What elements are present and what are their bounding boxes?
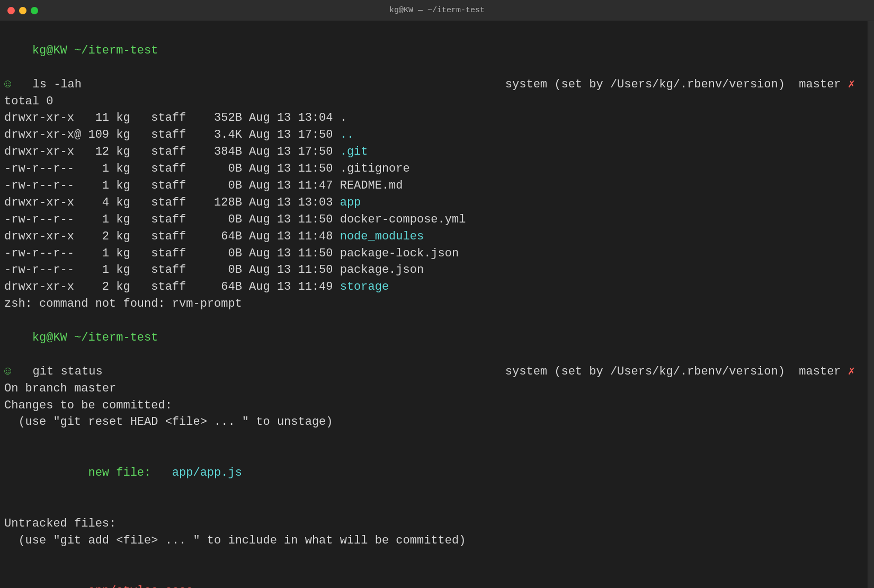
terminal[interactable]: kg@KW ~/iterm-test ☺ ls -lah system (set…: [0, 21, 874, 588]
maximize-button[interactable]: [31, 7, 38, 14]
storage-entry: storage: [340, 280, 389, 293]
ls-row-dot: drwxr-xr-x 11 kg staff 352B Aug 13 13:04…: [4, 110, 867, 127]
app-entry: app: [340, 196, 361, 209]
git-entry: .git: [340, 145, 368, 158]
git-new-file: new file: app/app.js: [4, 448, 867, 498]
prompt-line-2: kg@KW ~/iterm-test: [4, 313, 867, 363]
ls-row-readme: -rw-r--r-- 1 kg staff 0B Aug 13 11:47 RE…: [4, 177, 867, 194]
blank-3: [4, 549, 867, 566]
ls-row-gitignore: -rw-r--r-- 1 kg staff 0B Aug 13 11:50 .g…: [4, 161, 867, 177]
ls-row-git: drwxr-xr-x 12 kg staff 384B Aug 13 17:50…: [4, 144, 867, 161]
prompt-cmd-line-1: ☺ ls -lah system (set by /Users/kg/.rben…: [4, 76, 867, 93]
new-file-label: new file:: [32, 466, 172, 479]
minimize-button[interactable]: [19, 7, 26, 14]
dot-entry: .: [340, 111, 347, 124]
blank-1: [4, 431, 867, 448]
ls-row-packagelock: -rw-r--r-- 1 kg staff 0B Aug 13 11:50 pa…: [4, 245, 867, 262]
untracked-file: app/styles.scss: [32, 584, 193, 588]
ls-row-app: drwxr-xr-x 4 kg staff 128B Aug 13 13:03 …: [4, 194, 867, 211]
node-modules-entry: node_modules: [340, 230, 424, 243]
ls-row-nodemodules: drwxr-xr-x 2 kg staff 64B Aug 13 11:48 n…: [4, 228, 867, 245]
x-mark-2: ✗: [848, 365, 855, 378]
ls-row-docker: -rw-r--r-- 1 kg staff 0B Aug 13 11:50 do…: [4, 211, 867, 228]
blank-2: [4, 498, 867, 515]
prompt-symbol: ☺: [4, 76, 11, 93]
window-title: kg@KW — ~/iterm-test: [389, 6, 485, 15]
zsh-error-1: zsh: command not found: rvm-prompt: [4, 296, 867, 313]
git-untracked-header: Untracked files:: [4, 515, 867, 532]
prompt-cmd-line-2: ☺ git status system (set by /Users/kg/.r…: [4, 363, 867, 380]
git-include-hint: (use "git add <file> ... " to include in…: [4, 532, 867, 549]
dotdot-entry: ..: [340, 128, 354, 141]
command-git: git status: [19, 363, 102, 380]
git-changes-header: Changes to be committed:: [4, 397, 867, 414]
right-info-1: system (set by /Users/kg/.rbenv/version)…: [505, 76, 855, 93]
right-info-2: system (set by /Users/kg/.rbenv/version)…: [505, 363, 855, 380]
ls-row-dotdot: drwxr-xr-x@ 109 kg staff 3.4K Aug 13 17:…: [4, 127, 867, 144]
git-untracked-file: app/styles.scss: [4, 566, 867, 589]
traffic-lights: [7, 7, 38, 14]
ls-row-package: -rw-r--r-- 1 kg staff 0B Aug 13 11:50 pa…: [4, 262, 867, 279]
new-file-value: app/app.js: [172, 466, 242, 479]
git-branch: On branch master: [4, 380, 867, 397]
title-bar: kg@KW — ~/iterm-test: [0, 0, 874, 21]
x-mark: ✗: [848, 78, 855, 91]
ls-row-storage: drwxr-xr-x 2 kg staff 64B Aug 13 11:49 s…: [4, 279, 867, 296]
command-ls: ls -lah: [19, 76, 82, 93]
close-button[interactable]: [7, 7, 15, 14]
output-total: total 0: [4, 93, 867, 110]
prompt-symbol-2: ☺: [4, 363, 11, 380]
git-unstage-hint: (use "git reset HEAD <file> ... " to uns…: [4, 414, 867, 431]
prompt-line-1: kg@KW ~/iterm-test: [4, 25, 867, 76]
prompt-user-2: kg@KW ~/iterm-test: [32, 331, 158, 344]
prompt-user: kg@KW ~/iterm-test: [32, 44, 158, 57]
